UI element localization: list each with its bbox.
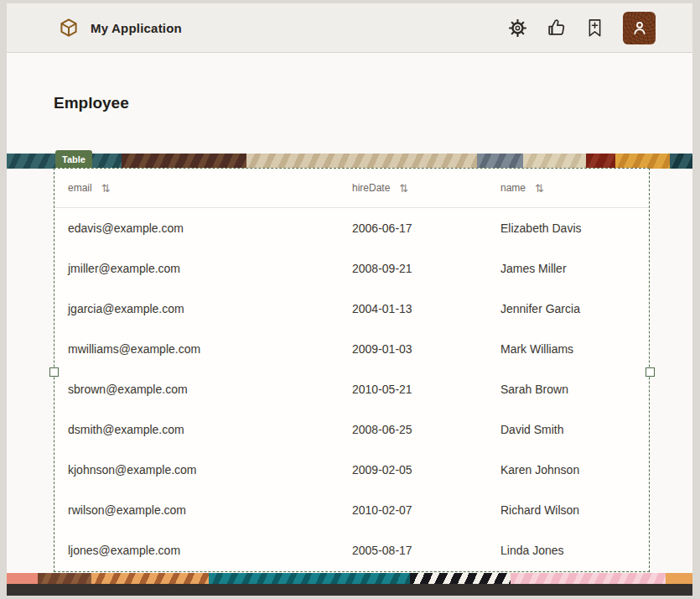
table-row[interactable]: sbrown@example.com2010-05-21Sarah Brown xyxy=(54,369,649,409)
column-header-email[interactable]: email ⇅ xyxy=(54,182,339,195)
strip-segment xyxy=(7,573,38,584)
column-label: name xyxy=(500,182,526,194)
table-row[interactable]: edavis@example.com2006-06-17Elizabeth Da… xyxy=(54,208,649,248)
appbar-actions xyxy=(508,12,656,44)
selection-badge[interactable]: Table xyxy=(55,150,92,168)
bookmark-add-button[interactable] xyxy=(586,18,604,39)
app-canvas: My Application xyxy=(7,3,692,596)
settings-button[interactable] xyxy=(508,18,527,38)
resize-handle-right[interactable] xyxy=(646,367,655,377)
table-row[interactable]: dsmith@example.com2008-06-25David Smith xyxy=(54,409,649,450)
footer-bar xyxy=(7,584,692,596)
table-row[interactable]: kjohnson@example.com2009-02-05Karen John… xyxy=(54,450,649,490)
strip-segment xyxy=(410,573,511,584)
table-row[interactable]: rwilson@example.com2010-02-07Richard Wil… xyxy=(54,490,649,530)
table-row[interactable]: mwilliams@example.com2009-01-03Mark Will… xyxy=(54,329,649,369)
cell-name: David Smith xyxy=(487,423,649,436)
strip-segment xyxy=(670,154,692,169)
employee-table[interactable]: email ⇅ hireDate ⇅ name ⇅ edavis@example… xyxy=(54,168,650,572)
cell-hireDate: 2006-06-17 xyxy=(339,221,487,235)
app-logo-cube-icon xyxy=(59,18,79,38)
decorative-strip-bottom xyxy=(7,573,692,584)
table-body: edavis@example.com2006-06-17Elizabeth Da… xyxy=(54,208,649,570)
cell-name: Sarah Brown xyxy=(487,383,649,396)
strip-segment xyxy=(666,573,692,584)
sort-icon[interactable]: ⇅ xyxy=(101,182,111,195)
cell-email: edavis@example.com xyxy=(54,221,339,235)
desktop-background: { "header": { "app_title": "My Applicati… xyxy=(0,0,700,599)
cell-hireDate: 2008-06-25 xyxy=(339,423,487,436)
strip-segment xyxy=(615,154,670,169)
gear-icon xyxy=(508,18,527,38)
cell-email: kjohnson@example.com xyxy=(54,463,339,477)
page-title: Employee xyxy=(54,94,129,112)
cell-hireDate: 2005-08-17 xyxy=(339,544,487,557)
strip-segment xyxy=(122,154,247,169)
app-brand: My Application xyxy=(59,18,182,38)
like-button[interactable] xyxy=(547,18,567,38)
cell-name: Linda Jones xyxy=(487,544,649,557)
cell-name: Richard Wilson xyxy=(487,503,649,517)
cell-email: ljones@example.com xyxy=(54,544,339,557)
strip-segment xyxy=(586,154,615,169)
resize-handle-left[interactable] xyxy=(49,367,59,377)
cell-hireDate: 2009-02-05 xyxy=(339,463,487,477)
cell-email: rwilson@example.com xyxy=(54,503,339,517)
sort-icon[interactable]: ⇅ xyxy=(399,182,408,195)
cell-name: Jennifer Garcia xyxy=(487,302,649,315)
strip-segment xyxy=(38,573,92,584)
cell-email: mwilliams@example.com xyxy=(54,342,339,356)
table-header-row: email ⇅ hireDate ⇅ name ⇅ xyxy=(54,169,649,208)
cell-hireDate: 2010-02-07 xyxy=(339,503,487,517)
strip-segment xyxy=(246,154,477,169)
bookmark-plus-icon xyxy=(586,18,604,39)
column-header-hireDate[interactable]: hireDate ⇅ xyxy=(339,182,487,195)
cell-name: Karen Johnson xyxy=(487,463,649,477)
column-label: hireDate xyxy=(352,182,390,194)
cell-name: Mark Williams xyxy=(487,342,649,356)
cell-hireDate: 2009-01-03 xyxy=(339,342,487,356)
sort-icon[interactable]: ⇅ xyxy=(535,182,544,195)
cell-email: sbrown@example.com xyxy=(54,383,339,396)
table-row[interactable]: jmiller@example.com2008-09-21James Mille… xyxy=(54,248,649,289)
decorative-strip-top xyxy=(7,154,692,169)
strip-segment xyxy=(477,154,523,169)
table-row[interactable]: ljones@example.com2005-08-17Linda Jones xyxy=(54,530,649,570)
strip-segment xyxy=(91,573,209,584)
cell-email: jmiller@example.com xyxy=(54,262,339,275)
column-label: email xyxy=(68,182,92,194)
cell-hireDate: 2010-05-21 xyxy=(339,383,487,396)
cell-email: jgarcia@example.com xyxy=(54,302,339,315)
app-header: My Application xyxy=(7,3,692,53)
app-title: My Application xyxy=(91,21,182,35)
thumbs-up-icon xyxy=(547,18,567,38)
strip-segment xyxy=(523,154,586,169)
cell-hireDate: 2008-09-21 xyxy=(339,262,487,275)
cell-name: James Miller xyxy=(487,262,649,275)
cell-email: dsmith@example.com xyxy=(54,423,339,436)
column-header-name[interactable]: name ⇅ xyxy=(487,182,649,195)
strip-segment xyxy=(511,573,666,584)
person-icon xyxy=(630,18,650,38)
cell-hireDate: 2004-01-13 xyxy=(339,302,487,315)
cell-name: Elizabeth Davis xyxy=(487,221,649,235)
table-row[interactable]: jgarcia@example.com2004-01-13Jennifer Ga… xyxy=(54,289,649,329)
strip-segment xyxy=(209,573,410,584)
user-avatar-button[interactable] xyxy=(623,12,656,44)
